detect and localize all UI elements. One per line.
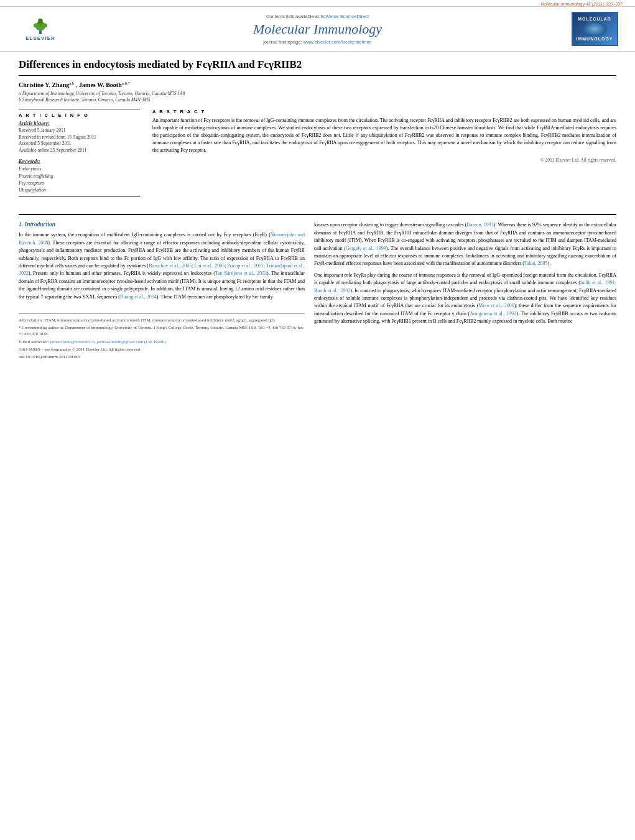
two-col-header: A R T I C L E I N F O Article history: R…: [19, 109, 616, 205]
keywords-title: Keywords:: [19, 159, 140, 164]
corresponding-label: * Corresponding author at:: [19, 325, 64, 330]
elsevier-tree-icon: [28, 17, 53, 34]
abbrev-text: ITAM, immunoreceptor tyrosine-based acti…: [45, 318, 276, 322]
mi-logo-area: MOLECULAR IMMUNOLOGY: [567, 12, 623, 46]
svg-point-4: [34, 23, 39, 27]
body-two-col: 1. Introduction In the immune system, th…: [19, 221, 616, 359]
affil-b: b Sunnybrook Research Institute, Toronto…: [19, 97, 616, 103]
doi-line: doi:10.1016/j.molimm.2011.09.003: [19, 354, 305, 359]
article-info-col: A R T I C L E I N F O Article history: R…: [19, 109, 140, 205]
body-left-col: 1. Introduction In the immune system, th…: [19, 221, 305, 359]
article-title: Differences in endocytosis mediated by F…: [19, 58, 616, 76]
author2-sup: a,b,: [122, 81, 128, 86]
svg-point-3: [38, 19, 42, 23]
elsevier-text: ELSEVIER: [25, 35, 55, 41]
header-main: ELSEVIER Contents lists available at Sci…: [0, 6, 635, 52]
vol-info: Molecular Immunology 48 (2011) 329–337: [0, 0, 635, 6]
kw2: Protein trafficking: [19, 173, 140, 180]
license-line: 0161-5890/$ – see front matter © 2011 El…: [19, 346, 305, 353]
abstract-label: A B S T R A C T: [152, 109, 616, 114]
abstract-section: A B S T R A C T An important function of…: [152, 109, 616, 163]
section-num: 1.: [19, 221, 23, 228]
intro-para1: In the immune system, the recognition of…: [19, 231, 305, 301]
kw4: Ubiquitylation: [19, 187, 140, 193]
footnotes-area: Abbreviations: ITAM, immunoreceptor tyro…: [19, 313, 305, 359]
abbrev-line: Abbreviations: ITAM, immunoreceptor tyro…: [19, 317, 305, 323]
history-title: Article history:: [19, 121, 140, 126]
author2-star: *: [128, 81, 131, 86]
sciverse-line: Contents lists available at SciVerse Sci…: [75, 14, 560, 19]
abstract-text: An important function of Fcγ receptors i…: [152, 117, 616, 154]
elsevier-logo-area: ELSEVIER: [12, 12, 68, 46]
copyright-line: © 2011 Elsevier Ltd. All rights reserved…: [152, 157, 616, 163]
journal-homepage: journal homepage: www.elsevier.com/locat…: [75, 39, 560, 45]
author1-name: Christine Y. Zhang: [19, 81, 69, 88]
author1-sup: a,b: [69, 81, 74, 86]
authors-line: Christine Y. Zhanga,b , James W. Bootha,…: [19, 81, 616, 88]
affiliations: a Department of Immunology, University o…: [19, 91, 616, 103]
sciverse-link[interactable]: SciVerse ScienceDirect: [320, 14, 369, 19]
elsevier-logo: ELSEVIER: [17, 15, 64, 43]
section-title: Introduction: [25, 221, 56, 228]
available: Available online 25 September 2011: [19, 147, 140, 154]
received1: Received 5 January 2011: [19, 127, 140, 134]
abstract-col: A B S T R A C T An important function of…: [152, 109, 616, 205]
article-info-label: A R T I C L E I N F O: [19, 113, 140, 118]
doi-text: doi:10.1016/j.molimm.2011.09.003: [19, 354, 81, 359]
intro-para2: kinases upon receptor clustering to trig…: [314, 221, 616, 267]
email-text[interactable]: james.Booth@utoronto.ca, jameswdbooth@gm…: [50, 339, 167, 344]
body-content: 1. Introduction In the immune system, th…: [19, 214, 616, 359]
accepted: Accepted 5 September 2011: [19, 141, 140, 147]
revised: Received in revised form 15 August 2011: [19, 134, 140, 141]
svg-point-5: [42, 23, 47, 27]
homepage-link[interactable]: www.elsevier.com/locate/molimm: [304, 39, 372, 45]
mi-logo-image: [582, 21, 607, 37]
intro-heading: 1. Introduction: [19, 221, 305, 228]
mi-logo-mol: MOLECULAR: [578, 17, 611, 21]
header-center: Contents lists available at SciVerse Sci…: [75, 12, 560, 46]
corresponding-line: * Corresponding author at: Department of…: [19, 325, 305, 337]
history-block: Article history: Received 5 January 2011…: [19, 121, 140, 154]
kw1: Endocytosis: [19, 165, 140, 172]
journal-title: Molecular Immunology: [75, 21, 560, 37]
kw3: Fcγ receptors: [19, 180, 140, 187]
body-right-col: kinases upon receptor clustering to trig…: [314, 221, 616, 359]
main-content: Differences in endocytosis mediated by F…: [0, 52, 635, 372]
email-line: E-mail addresses: james.Booth@utoronto.c…: [19, 339, 305, 345]
affil-a: a Department of Immunology, University o…: [19, 91, 616, 96]
author2-name: James W. Booth: [79, 81, 122, 88]
intro-para3: One important role FcγRs play during the…: [314, 272, 616, 326]
article-info-box: A R T I C L E I N F O Article history: R…: [19, 109, 140, 197]
email-label: E-mail addresses:: [19, 339, 49, 344]
homepage-label: journal homepage:: [263, 39, 302, 45]
license-text: 0161-5890/$ – see front matter © 2011 El…: [19, 347, 141, 351]
sciverse-label: Contents lists available at: [266, 14, 319, 19]
vol-info-text: Molecular Immunology 48 (2011) 329–337: [540, 2, 623, 6]
page-wrapper: Molecular Immunology 48 (2011) 329–337 E…: [0, 0, 635, 840]
abbrev-label: Abbreviations:: [19, 318, 44, 322]
mi-logo-imm: IMMUNOLOGY: [577, 37, 613, 41]
keywords-block: Keywords: Endocytosis Protein traffickin…: [19, 159, 140, 193]
mi-logo-box: MOLECULAR IMMUNOLOGY: [572, 12, 618, 46]
